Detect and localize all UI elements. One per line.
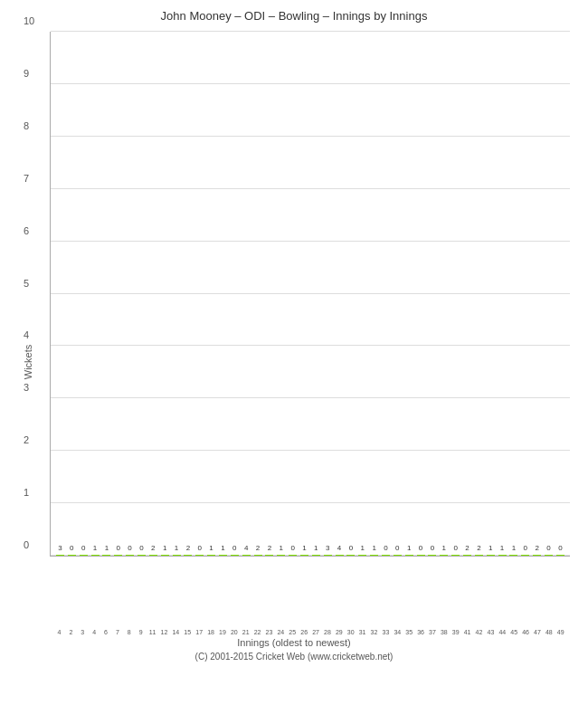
- bar: 2: [533, 555, 541, 556]
- bar: 0: [428, 555, 436, 556]
- x-tick-label: 30: [345, 629, 356, 635]
- bar-value-label: 1: [105, 544, 109, 552]
- x-tick-label: 21: [240, 629, 251, 635]
- x-tick-label: 33: [380, 629, 392, 635]
- bar: 1: [440, 555, 448, 556]
- x-tick-label: 39: [450, 629, 461, 635]
- bar-group: 0: [450, 555, 461, 556]
- bar-group: 2: [263, 555, 275, 556]
- x-tick-label: 12: [158, 629, 170, 635]
- bar-group: 0: [380, 555, 392, 556]
- bar: 0: [231, 555, 239, 556]
- bar-value-label: 2: [151, 544, 155, 552]
- x-tick-label: 3: [77, 629, 89, 635]
- x-tick-label: 31: [356, 629, 368, 635]
- bar-value-label: 0: [116, 544, 119, 552]
- bars-wrapper: 3001100021120110422101134011001001022111…: [51, 32, 570, 556]
- bar-group: 2: [147, 555, 159, 556]
- bar-value-label: 0: [419, 544, 422, 552]
- x-tick-label: 26: [299, 629, 310, 635]
- bar-group: 0: [78, 555, 90, 556]
- bar-group: 2: [531, 555, 543, 556]
- bar-value-label: 0: [558, 544, 562, 552]
- bar-group: 1: [368, 555, 380, 556]
- x-tick-label: 32: [368, 629, 380, 635]
- bar-value-label: 4: [337, 544, 341, 552]
- bar-value-label: 0: [349, 544, 353, 552]
- bar-group: 1: [299, 555, 310, 556]
- bar: 1: [312, 555, 320, 556]
- bar-value-label: 0: [232, 544, 236, 552]
- bar-value-label: 1: [488, 544, 492, 552]
- bar: 0: [114, 555, 122, 556]
- bar-group: 2: [182, 555, 194, 556]
- x-tick-label: 44: [497, 629, 508, 635]
- bar-group: 0: [136, 555, 147, 556]
- bar-value-label: 0: [524, 544, 527, 552]
- bar: 0: [556, 555, 564, 556]
- x-tick-label: 6: [100, 629, 112, 635]
- bar-group: 1: [356, 555, 368, 556]
- x-tick-label: 22: [251, 629, 263, 635]
- bar-value-label: 0: [384, 544, 387, 552]
- x-tick-label: 23: [263, 629, 275, 635]
- bar-group: 1: [485, 555, 497, 556]
- bar: 0: [68, 555, 76, 556]
- bar: 1: [91, 555, 100, 556]
- bar: 0: [545, 555, 553, 556]
- bar-group: 2: [252, 555, 264, 556]
- y-tick-label: 8: [24, 120, 29, 131]
- bar: 1: [509, 555, 517, 556]
- bar: 1: [405, 555, 413, 556]
- x-tick-labels: 4234678911121415171819202122232425262728…: [50, 629, 570, 635]
- x-tick-label: 4: [89, 629, 100, 635]
- bar: 0: [138, 555, 146, 556]
- bar-value-label: 0: [290, 544, 294, 552]
- bar-value-label: 0: [70, 544, 73, 552]
- x-tick-label: 28: [321, 629, 333, 635]
- bar: 0: [346, 555, 355, 556]
- x-tick-label: 29: [333, 629, 345, 635]
- bar: 0: [289, 555, 297, 556]
- bar-group: 0: [66, 555, 78, 556]
- bar: 1: [102, 555, 110, 556]
- bar-group: 0: [112, 555, 124, 556]
- bar-value-label: 3: [326, 544, 329, 552]
- bar: 1: [370, 555, 378, 556]
- x-tick-label: 24: [275, 629, 287, 635]
- bar-group: 0: [427, 555, 439, 556]
- bar: 1: [487, 555, 495, 556]
- bar-value-label: 2: [465, 544, 469, 552]
- bar-group: 3: [54, 555, 66, 556]
- bar: 0: [394, 555, 402, 556]
- bar-group: 0: [519, 555, 531, 556]
- bar: 2: [254, 555, 262, 556]
- plot-area: 0123456789103001100021120110422101134011…: [50, 32, 570, 557]
- x-tick-label: 37: [427, 629, 439, 635]
- x-tick-label: 8: [123, 629, 135, 635]
- x-axis-label: Innings (oldest to newest): [0, 637, 588, 648]
- bar-value-label: 1: [93, 544, 97, 552]
- bar: 2: [184, 555, 192, 556]
- y-tick-label: 7: [24, 173, 29, 184]
- bar-value-label: 1: [361, 544, 365, 552]
- bar: 1: [219, 555, 227, 556]
- x-tick-label: 27: [310, 629, 322, 635]
- x-tick-label: 43: [485, 629, 497, 635]
- x-tick-label: 25: [287, 629, 299, 635]
- x-tick-label: 9: [135, 629, 147, 635]
- bar-value-label: 1: [442, 544, 446, 552]
- x-tick-label: 36: [415, 629, 427, 635]
- bar: 0: [451, 555, 460, 556]
- bar-value-label: 2: [186, 544, 190, 552]
- bar: 2: [265, 555, 273, 556]
- bar: 1: [161, 555, 169, 556]
- bar-group: 1: [310, 555, 322, 556]
- bar-group: 1: [171, 555, 183, 556]
- bar-value-label: 1: [500, 544, 504, 552]
- bar-group: 1: [438, 555, 450, 556]
- bar-value-label: 1: [175, 544, 178, 552]
- bar-group: 0: [392, 555, 403, 556]
- y-tick-label: 9: [24, 68, 29, 79]
- y-tick-label: 10: [24, 15, 34, 26]
